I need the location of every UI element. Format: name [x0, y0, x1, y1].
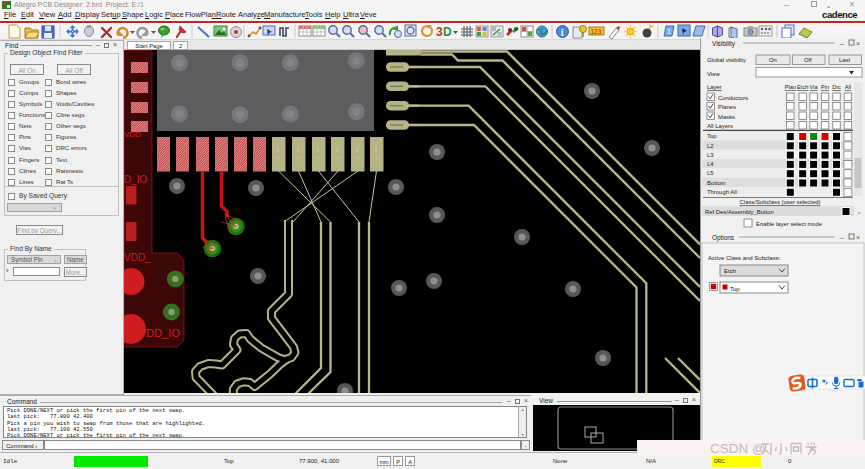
svg-text:Off: Off — [804, 57, 812, 63]
svg-text:Global visibility: Global visibility — [707, 57, 746, 63]
svg-text:Planes: Planes — [718, 104, 736, 110]
svg-text:Through All: Through All — [707, 189, 737, 195]
svg-text:Enable layer select mode: Enable layer select mode — [756, 221, 823, 227]
svg-text:D_IO: D_IO — [124, 174, 148, 185]
svg-text:View: View — [707, 71, 720, 77]
svg-text:⌄: ⌄ — [856, 208, 862, 215]
svg-text:i: i — [561, 27, 564, 38]
svg-text:L4: L4 — [707, 161, 714, 167]
svg-text:Visibility: Visibility — [712, 40, 736, 48]
svg-text:Options: Options — [712, 234, 734, 242]
svg-text:Class/Subclass (user selected): Class/Subclass (user selected) — [740, 199, 821, 205]
svg-text:Last: Last — [839, 57, 850, 63]
svg-text:D: D — [443, 25, 452, 39]
svg-text:–: – — [840, 234, 844, 241]
svg-text:Drc: Drc — [832, 84, 841, 90]
svg-text:Active Class and Subclass:: Active Class and Subclass: — [708, 255, 781, 261]
svg-text:L3: L3 — [707, 152, 714, 158]
svg-text:CSDN @: CSDN @ — [710, 441, 766, 456]
svg-text:1: 1 — [667, 28, 671, 35]
svg-text:Via: Via — [810, 84, 819, 90]
svg-text:Plan: Plan — [785, 84, 796, 90]
svg-text:×: × — [856, 40, 860, 47]
svg-text:Ref Des/Assembly_Botton: Ref Des/Assembly_Botton — [705, 209, 774, 215]
svg-text:123: 123 — [591, 28, 602, 35]
svg-text:All Layers: All Layers — [707, 123, 733, 129]
svg-text:Masks: Masks — [718, 114, 735, 120]
svg-text:VDD_: VDD_ — [124, 252, 151, 263]
svg-text:Top: Top — [730, 286, 740, 292]
svg-text:Pin: Pin — [821, 84, 829, 90]
svg-text:L5: L5 — [707, 170, 714, 176]
svg-text:L2: L2 — [707, 143, 714, 149]
svg-text:On: On — [769, 57, 777, 63]
svg-text:3: 3 — [436, 25, 443, 39]
svg-text:Etch: Etch — [797, 84, 808, 90]
svg-text:Bottom: Bottom — [707, 180, 726, 186]
svg-text:×: × — [856, 234, 860, 241]
svg-text:–: – — [840, 40, 844, 47]
svg-text:VDD_IO: VDD_IO — [139, 327, 180, 339]
svg-text:Layer: Layer — [707, 84, 722, 90]
svg-text:VDD: VDD — [124, 130, 141, 139]
svg-text:Etch: Etch — [724, 268, 736, 274]
svg-text:Conductors: Conductors — [718, 95, 748, 101]
svg-text:All: All — [845, 84, 851, 90]
svg-text:Top: Top — [707, 133, 717, 139]
